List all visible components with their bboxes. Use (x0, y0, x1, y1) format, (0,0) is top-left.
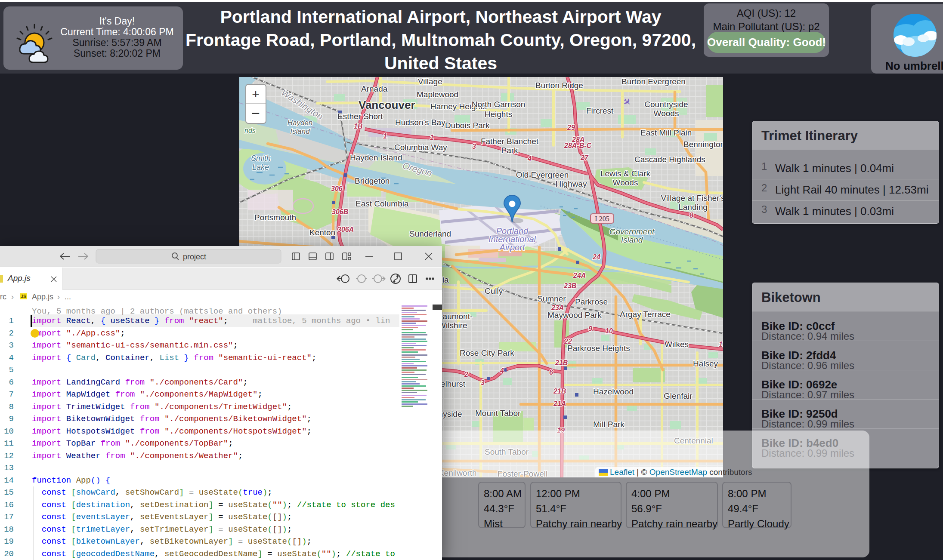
svg-text:Woods: Woods (613, 178, 638, 187)
svg-text:Village: Village (418, 77, 442, 86)
svg-text:2: 2 (464, 371, 468, 378)
svg-text:Father Blanchet: Father Blanchet (481, 137, 539, 146)
svg-text:4: 4 (500, 367, 504, 374)
svg-text:Dubois Park: Dubois Park (445, 121, 490, 130)
svg-text:Sumner: Sumner (537, 294, 566, 303)
svg-text:1: 1 (430, 134, 434, 141)
svg-text:Maywood Park: Maywood Park (547, 311, 602, 320)
svg-text:Lake: Lake (252, 163, 269, 172)
svg-text:project: project (183, 252, 206, 261)
svg-text:Glenfair: Glenfair (664, 391, 693, 400)
svg-text:East Columbia: East Columbia (356, 199, 409, 208)
svg-text:−: − (251, 105, 260, 121)
svg-text:Esther Short: Esther Short (337, 112, 383, 121)
svg-text:21A: 21A (553, 400, 566, 407)
svg-text:21B: 21B (555, 359, 568, 366)
svg-text:Bridgeton: Bridgeton (355, 176, 390, 185)
svg-text:Maplewood: Maplewood (417, 90, 458, 99)
svg-text:21B: 21B (553, 388, 566, 395)
svg-text:Rose City Park: Rose City Park (460, 348, 514, 357)
svg-text:Woods: Woods (654, 109, 679, 118)
svg-text:Wilkes: Wilkes (665, 340, 689, 349)
svg-text:10: 10 (605, 327, 613, 335)
svg-text:306: 306 (331, 185, 343, 192)
svg-text:Airport: Airport (499, 243, 526, 252)
svg-text:Bennington: Bennington (683, 140, 723, 149)
svg-text:1: 1 (383, 132, 387, 140)
svg-text:Vancouver: Vancouver (359, 98, 415, 111)
svg-text:Countryside: Countryside (644, 100, 688, 109)
svg-text:13: 13 (719, 341, 723, 348)
svg-text:Mill Park: Mill Park (593, 420, 625, 429)
svg-text:Old Evergreen: Old Evergreen (516, 170, 569, 179)
svg-text:Government: Government (609, 227, 655, 236)
svg-text:Parkrose Heights: Parkrose Heights (567, 344, 630, 353)
svg-text:Lewis & Clark: Lewis & Clark (600, 169, 651, 178)
svg-text:Halsey: Halsey (693, 359, 718, 368)
svg-text:Heights: Heights (485, 110, 512, 119)
svg-text:nds: nds (244, 127, 256, 134)
svg-text:I 205: I 205 (595, 215, 609, 222)
svg-text:Sunderland: Sunderland (409, 229, 451, 238)
svg-text:eaumont-: eaumont- (438, 312, 473, 321)
svg-text:Village at Fisher's: Village at Fisher's (661, 194, 723, 203)
svg-text:Park: Park (501, 146, 518, 155)
svg-text:24: 24 (592, 253, 600, 261)
svg-text:27: 27 (580, 154, 589, 161)
svg-text:Portsmouth: Portsmouth (254, 213, 296, 222)
svg-text:Arnada: Arnada (361, 84, 388, 93)
svg-text:North Garrison: North Garrison (472, 100, 526, 109)
svg-text:Burton Ridge: Burton Ridge (535, 81, 583, 90)
svg-text:Wilshire: Wilshire (438, 321, 467, 330)
svg-text:Kenton: Kenton (309, 228, 335, 237)
svg-text:Argay Terrace: Argay Terrace (620, 310, 671, 319)
svg-text:28A-B-C: 28A-B-C (564, 142, 592, 149)
svg-text:Hazelwood: Hazelwood (593, 387, 634, 396)
svg-text:23B: 23B (563, 282, 576, 289)
svg-text:Cascade Highlands: Cascade Highlands (634, 155, 705, 164)
svg-text:8: 8 (689, 212, 693, 219)
svg-text:306A: 306A (337, 226, 354, 233)
svg-text:24A: 24A (573, 272, 586, 279)
svg-text:Smith: Smith (251, 154, 271, 163)
svg-text:1B: 1B (354, 123, 362, 130)
svg-text:Fircrest: Fircrest (586, 106, 614, 115)
svg-text:Parkrose: Parkrose (575, 297, 608, 306)
svg-text:Cully: Cully (485, 286, 503, 295)
svg-text:9: 9 (588, 325, 592, 332)
svg-text:Mount Tabor: Mount Tabor (475, 409, 521, 418)
svg-text:East Mill Plain: East Mill Plain (640, 128, 692, 137)
svg-text:3: 3 (472, 143, 476, 150)
svg-text:Hayden Island: Hayden Island (350, 153, 402, 162)
svg-text:+: + (252, 87, 260, 101)
svg-text:4: 4 (527, 155, 532, 162)
svg-text:Highway: Highway (556, 179, 587, 188)
svg-text:Hudson's Bay: Hudson's Bay (395, 118, 445, 127)
svg-text:Island: Island (290, 127, 310, 135)
svg-text:3: 3 (481, 379, 485, 386)
svg-text:Landing: Landing (678, 203, 708, 212)
svg-text:306B: 306B (332, 208, 348, 215)
svg-text:29: 29 (567, 124, 575, 131)
svg-text:6: 6 (549, 369, 553, 376)
svg-text:Burton Evergreen: Burton Evergreen (621, 77, 686, 86)
svg-text:Island: Island (621, 235, 643, 244)
svg-text:Hayden: Hayden (288, 119, 313, 127)
svg-text:Columbia Way: Columbia Way (394, 143, 447, 152)
